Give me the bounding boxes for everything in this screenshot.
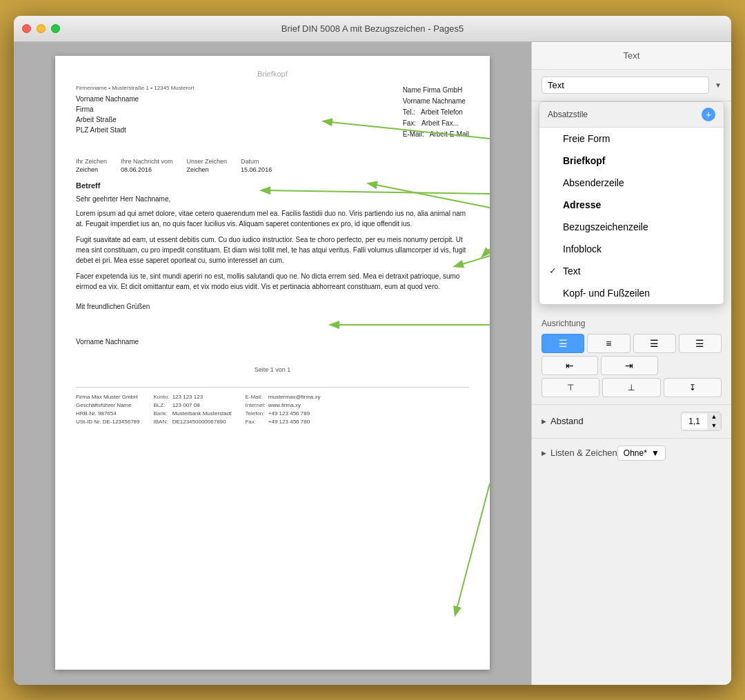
salutation: Sehr geehrter Herr Nachname, bbox=[76, 195, 469, 203]
fullscreen-button[interactable] bbox=[51, 24, 60, 33]
absatzstile-popup: Absatzstile + Freie Form Briefkopf Absen… bbox=[539, 101, 724, 305]
listen-dropdown[interactable]: Ohne* ▼ bbox=[617, 446, 666, 461]
briefkopf-label: Briefkopf bbox=[76, 70, 469, 78]
indent-row: ⇤ ⇥ bbox=[542, 356, 722, 375]
document-wrapper: Briefkopf Firmenname • Musterstraße 1 • … bbox=[55, 56, 490, 670]
main-area: Briefkopf Firmenname • Musterstraße 1 • … bbox=[14, 42, 731, 685]
abstand-label: Abstand bbox=[550, 416, 584, 426]
document-canvas[interactable]: Briefkopf Firmenname • Musterstraße 1 • … bbox=[14, 42, 531, 685]
vert-middle-button[interactable]: ⊥ bbox=[602, 378, 660, 397]
listen-collapse-icon[interactable]: ▶ bbox=[542, 450, 546, 457]
abstand-row: ▶ Abstand 1,1 ▲ ▼ bbox=[532, 405, 731, 439]
align-right-button[interactable]: ☰ bbox=[633, 334, 676, 353]
abstand-collapse-icon[interactable]: ▶ bbox=[542, 418, 546, 425]
dropdown-arrow-icon: ▼ bbox=[715, 81, 722, 89]
recipient-block: Vorname Nachname Firma Arbeit Straße PLZ… bbox=[76, 94, 194, 135]
close-button[interactable] bbox=[22, 24, 31, 33]
address-block: Firmenname • Musterstraße 1 • 12345 Must… bbox=[76, 85, 194, 140]
titlebar: Brief DIN 5008 A mit Bezugszeichen - Pag… bbox=[14, 16, 731, 42]
style-dropdown-row: Text ▼ bbox=[532, 70, 731, 101]
align-justify-button[interactable]: ☰ bbox=[679, 334, 722, 353]
betreff: Betreff bbox=[76, 181, 469, 190]
ausrichtung-title: Ausrichtung bbox=[542, 319, 722, 328]
footer-col3: E-Mail: Internet: Telefon: Fax: musterma… bbox=[245, 393, 320, 426]
app-window: Brief DIN 5008 A mit Bezugszeichen - Pag… bbox=[14, 16, 731, 685]
ausrichtung-section: Ausrichtung ☰ ≡ ☰ ☰ ⇤ ⇥ ⊤ ⊥ ↧ bbox=[532, 312, 731, 405]
sidebar-header: Text bbox=[532, 42, 731, 70]
header-section: Firmenname • Musterstraße 1 • 12345 Must… bbox=[76, 85, 469, 140]
indent-increase-button[interactable]: ⇥ bbox=[601, 356, 657, 375]
listen-header: ▶ Listen & Zeichen bbox=[542, 448, 617, 458]
contact-email-row: E-Mail: Arbeit E-Mail bbox=[403, 129, 469, 140]
contact-name: Vorname Nachname bbox=[403, 96, 469, 107]
recipient-firma: Firma bbox=[76, 104, 194, 114]
abstand-stepper[interactable]: ▲ ▼ bbox=[707, 412, 721, 430]
check-text: ✓ bbox=[549, 266, 559, 276]
style-infoblock[interactable]: Infoblock bbox=[539, 238, 724, 260]
minimize-button[interactable] bbox=[37, 24, 46, 33]
paragraph-3: Facer expetenda ius te, sint mundi aperi… bbox=[76, 271, 469, 292]
vert-top-button[interactable]: ⊤ bbox=[542, 378, 599, 397]
listen-dropdown-arrow-icon: ▼ bbox=[651, 448, 659, 458]
bezugszeile: Ihr Zeichen Zeichen Ihre Nachricht vom 0… bbox=[76, 151, 469, 173]
vert-bottom-button[interactable]: ↧ bbox=[664, 378, 722, 397]
bez-ihr-zeichen: Ihr Zeichen Zeichen bbox=[76, 158, 107, 173]
listen-label: Listen & Zeichen bbox=[550, 448, 617, 458]
abstand-control[interactable]: 1,1 ▲ ▼ bbox=[681, 412, 722, 431]
abstand-header: ▶ Abstand bbox=[542, 416, 584, 426]
align-center-button[interactable]: ≡ bbox=[587, 334, 630, 353]
bez-nachricht: Ihre Nachricht vom 08.06.2016 bbox=[121, 158, 173, 173]
sidebar: Text Text ▼ Absatzstile + Freie Form bbox=[531, 42, 731, 685]
contact-right: Name Firma GmbH Vorname Nachname Tel.: A… bbox=[403, 85, 469, 140]
style-absenderzeile[interactable]: Absenderzeile bbox=[539, 172, 724, 194]
closing: Mit freundlichen Grüßen bbox=[76, 303, 469, 310]
listen-value: Ohne* bbox=[624, 448, 647, 458]
email-label: E-Mail: bbox=[403, 129, 424, 140]
style-adresse[interactable]: Adresse bbox=[539, 194, 724, 216]
style-kopf-fusszeilen[interactable]: Kopf- und Fußzeilen bbox=[539, 282, 724, 304]
style-briefkopf[interactable]: Briefkopf bbox=[539, 150, 724, 172]
traffic-lights bbox=[22, 24, 60, 33]
abstand-up-button[interactable]: ▲ bbox=[707, 412, 721, 421]
popup-header: Absatzstile + bbox=[539, 102, 724, 128]
vert-row: ⊤ ⊥ ↧ bbox=[542, 378, 722, 397]
add-style-button[interactable]: + bbox=[702, 108, 715, 121]
abstand-down-button[interactable]: ▼ bbox=[707, 421, 721, 430]
recipient-name: Vorname Nachname bbox=[76, 94, 194, 104]
style-text[interactable]: ✓ Text bbox=[539, 260, 724, 282]
contact-tel-row: Tel.: Arbeit Telefon bbox=[403, 107, 469, 118]
recipient-strasse: Arbeit Straße bbox=[76, 114, 194, 125]
email-value: Arbeit E-Mail bbox=[430, 129, 469, 140]
window-title: Brief DIN 5008 A mit Bezugszeichen - Pag… bbox=[281, 23, 464, 34]
align-left-button[interactable]: ☰ bbox=[542, 334, 584, 353]
page-number: Seite 1 von 1 bbox=[76, 366, 469, 373]
style-dropdown[interactable]: Text bbox=[542, 77, 709, 94]
recipient-plz: PLZ Arbeit Stadt bbox=[76, 125, 194, 135]
align-row-1: ☰ ≡ ☰ ☰ bbox=[542, 334, 722, 353]
fax-value: Arbeit Fax... bbox=[421, 118, 459, 129]
absatzstile-title: Absatzstile bbox=[548, 110, 588, 119]
contact-company: Name Firma GmbH bbox=[403, 85, 469, 96]
tel-value: Arbeit Telefon bbox=[421, 107, 463, 118]
style-freie-form[interactable]: Freie Form bbox=[539, 128, 724, 150]
listen-row: ▶ Listen & Zeichen Ohne* ▼ bbox=[532, 439, 731, 468]
contact-fax-row: Fax: Arbeit Fax... bbox=[403, 118, 469, 129]
signature: Vorname Nachname bbox=[76, 338, 469, 346]
bez-datum: Datum 15.06.2016 bbox=[241, 158, 272, 173]
document-page: Briefkopf Firmenname • Musterstraße 1 • … bbox=[55, 56, 490, 670]
footer: Firma Max Muster GmbH Geschäftsführer Na… bbox=[76, 387, 469, 426]
abstand-value: 1,1 bbox=[682, 414, 707, 428]
footer-col1: Firma Max Muster GmbH Geschäftsführer Na… bbox=[76, 393, 140, 426]
fax-label: Fax: bbox=[403, 118, 416, 129]
sender-line: Firmenname • Musterstraße 1 • 12345 Must… bbox=[76, 85, 194, 91]
paragraph-1: Lorem ipsum ad qui amet dolore, vitae ce… bbox=[76, 208, 469, 229]
style-bezugszeichenzeile[interactable]: Bezugszeichenzeile bbox=[539, 216, 724, 238]
tel-label: Tel.: bbox=[403, 107, 415, 118]
indent-decrease-button[interactable]: ⇤ bbox=[542, 356, 598, 375]
footer-col2: Konto: BLZ: Bank: IBAN: 123 123 123 123 … bbox=[154, 393, 232, 426]
paragraph-2: Fugit suavitate ad eam, ut essent debiti… bbox=[76, 234, 469, 266]
bez-unser-zeichen: Unser Zeichen Zeichen bbox=[187, 158, 228, 173]
